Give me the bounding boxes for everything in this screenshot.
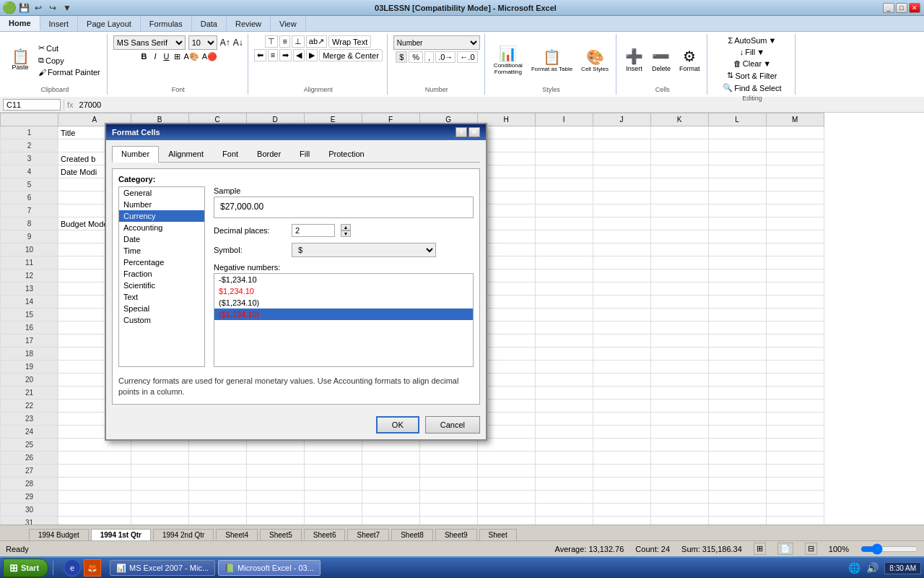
- dialog-tab-font[interactable]: Font: [213, 146, 248, 162]
- close-button[interactable]: ✕: [909, 3, 920, 13]
- cat-text[interactable]: Text: [119, 291, 204, 303]
- neg-item-1[interactable]: -$1,234.10: [214, 274, 473, 285]
- cat-custom[interactable]: Custom: [119, 314, 204, 326]
- cat-scientific[interactable]: Scientific: [119, 280, 204, 291]
- sheet-tab-sheet[interactable]: Sheet: [479, 529, 517, 540]
- minimize-button[interactable]: _: [883, 3, 894, 13]
- merge-center-button[interactable]: Merge & Center: [319, 49, 383, 61]
- cat-special[interactable]: Special: [119, 303, 204, 314]
- align-middle-button[interactable]: ≡: [279, 35, 289, 48]
- symbol-select[interactable]: $ € £ ¥ None: [292, 243, 436, 257]
- tab-data[interactable]: Data: [192, 16, 227, 31]
- decrease-decimal-button[interactable]: ←.0: [457, 51, 477, 63]
- align-right-button[interactable]: ➡: [279, 49, 292, 61]
- zoom-page-break-button[interactable]: ⊟: [805, 543, 817, 555]
- font-name-select[interactable]: MS Sans Serif: [113, 35, 186, 50]
- comma-button[interactable]: ,: [424, 51, 434, 63]
- cut-button[interactable]: ✂ Cut: [36, 43, 103, 53]
- conditional-formatting-button[interactable]: 📊 ConditionalFormatting: [491, 43, 526, 77]
- decrease-font-button[interactable]: A↓: [233, 38, 243, 48]
- cat-general[interactable]: General: [119, 187, 204, 199]
- cat-accounting[interactable]: Accounting: [119, 222, 204, 233]
- zoom-page-layout-button[interactable]: 📄: [777, 543, 793, 555]
- cat-currency[interactable]: Currency: [119, 210, 204, 222]
- tab-insert[interactable]: Insert: [40, 16, 79, 31]
- font-size-select[interactable]: 10: [188, 35, 217, 50]
- sheet-tab-sheet4[interactable]: Sheet4: [216, 529, 258, 540]
- sheet-tab-sheet5[interactable]: Sheet5: [260, 529, 302, 540]
- insert-button[interactable]: ➕ Insert: [622, 46, 646, 74]
- undo-button[interactable]: ↩: [32, 2, 44, 14]
- tab-home[interactable]: Home: [0, 16, 40, 31]
- sheet-tab-sheet9[interactable]: Sheet9: [435, 529, 477, 540]
- number-format-select[interactable]: Number Currency Accounting General: [393, 35, 480, 50]
- dialog-tab-protection[interactable]: Protection: [319, 146, 374, 162]
- dialog-tab-border[interactable]: Border: [248, 146, 290, 162]
- sheet-tab-sheet6[interactable]: Sheet6: [304, 529, 346, 540]
- align-bottom-button[interactable]: ⊥: [292, 35, 305, 48]
- find-select-button[interactable]: 🔍 Find & Select: [720, 82, 783, 93]
- cancel-button[interactable]: Cancel: [425, 416, 480, 434]
- negative-numbers-list[interactable]: -$1,234.10 $1,234.10 ($1,234.10) ($1,234…: [214, 273, 474, 367]
- fox-icon[interactable]: 🦊: [84, 559, 101, 577]
- function-icon[interactable]: fx: [67, 100, 74, 109]
- sheet-tab-budget[interactable]: 1994 Budget: [29, 529, 89, 540]
- underline-button[interactable]: U: [161, 51, 171, 61]
- customize-qa-button[interactable]: ▼: [61, 2, 73, 14]
- tab-view[interactable]: View: [271, 16, 306, 31]
- italic-button[interactable]: I: [152, 51, 158, 61]
- align-center-button[interactable]: ≡: [268, 49, 278, 61]
- tab-page-layout[interactable]: Page Layout: [78, 16, 141, 31]
- align-left-button[interactable]: ⬅: [254, 49, 266, 61]
- cat-date[interactable]: Date: [119, 233, 204, 245]
- wrap-text-button[interactable]: Wrap Text: [328, 35, 371, 48]
- increase-font-button[interactable]: A↑: [220, 38, 230, 48]
- sheet-tab-2nd-qtr[interactable]: 1994 2nd Qtr: [153, 529, 214, 540]
- align-top-button[interactable]: ⊤: [265, 35, 278, 48]
- cell-reference-box[interactable]: [3, 99, 61, 111]
- format-painter-button[interactable]: 🖌 Format Painter: [36, 67, 103, 77]
- formula-input[interactable]: [77, 100, 921, 110]
- increase-decimal-button[interactable]: .0→: [435, 51, 456, 63]
- decimal-down-button[interactable]: ▼: [341, 230, 351, 237]
- dialog-tab-fill[interactable]: Fill: [290, 146, 319, 162]
- start-button[interactable]: ⊞ Start: [3, 558, 48, 577]
- format-as-table-button[interactable]: 📋 Format as Table: [528, 47, 575, 74]
- font-color-button[interactable]: A🔴: [202, 52, 217, 61]
- indent-decrease-button[interactable]: ◀: [293, 49, 305, 61]
- decimal-up-button[interactable]: ▲: [341, 224, 351, 230]
- bold-button[interactable]: B: [139, 51, 149, 61]
- tab-review[interactable]: Review: [227, 16, 271, 31]
- ie-icon[interactable]: e: [64, 559, 81, 577]
- orientation-button[interactable]: ab↗: [306, 35, 327, 48]
- fill-button[interactable]: ↓ Fill ▼: [738, 47, 767, 57]
- copy-button[interactable]: ⧉ Copy: [36, 55, 103, 66]
- percent-button[interactable]: %: [409, 51, 423, 63]
- cell-styles-button[interactable]: 🎨 Cell Styles: [578, 47, 611, 74]
- dialog-tab-number[interactable]: Number: [112, 146, 159, 163]
- delete-button[interactable]: ➖ Delete: [649, 46, 674, 74]
- zoom-slider[interactable]: [860, 543, 918, 555]
- cat-time[interactable]: Time: [119, 245, 204, 256]
- indent-increase-button[interactable]: ▶: [306, 49, 318, 61]
- neg-item-2[interactable]: $1,234.10: [214, 285, 473, 297]
- paste-button[interactable]: 📋 Paste: [7, 47, 33, 73]
- redo-button[interactable]: ↪: [47, 2, 58, 14]
- save-button[interactable]: 💾: [18, 2, 30, 14]
- restore-button[interactable]: □: [896, 3, 907, 13]
- zoom-normal-button[interactable]: ⊞: [754, 543, 766, 555]
- taskbar-item-excel1[interactable]: 📊 MS Excel 2007 - Mic...: [110, 560, 215, 576]
- sort-filter-button[interactable]: ⇅ Sort & Filter: [725, 70, 779, 81]
- sheet-tab-1st-qtr[interactable]: 1994 1st Qtr: [91, 529, 151, 540]
- taskbar-item-excel2[interactable]: 📗 Microsoft Excel - 03...: [218, 560, 321, 576]
- dialog-tab-alignment[interactable]: Alignment: [159, 146, 213, 162]
- dialog-help-button[interactable]: ?: [456, 127, 467, 137]
- currency-button[interactable]: $: [396, 51, 407, 63]
- decimal-places-input[interactable]: [292, 224, 335, 237]
- fill-color-button[interactable]: A🎨: [183, 52, 199, 61]
- tab-formulas[interactable]: Formulas: [141, 16, 192, 31]
- neg-item-4[interactable]: ($1,234.10): [214, 309, 473, 320]
- sheet-tab-sheet8[interactable]: Sheet8: [391, 529, 433, 540]
- autosum-button[interactable]: Σ AutoSum ▼: [725, 35, 778, 46]
- cat-fraction[interactable]: Fraction: [119, 268, 204, 280]
